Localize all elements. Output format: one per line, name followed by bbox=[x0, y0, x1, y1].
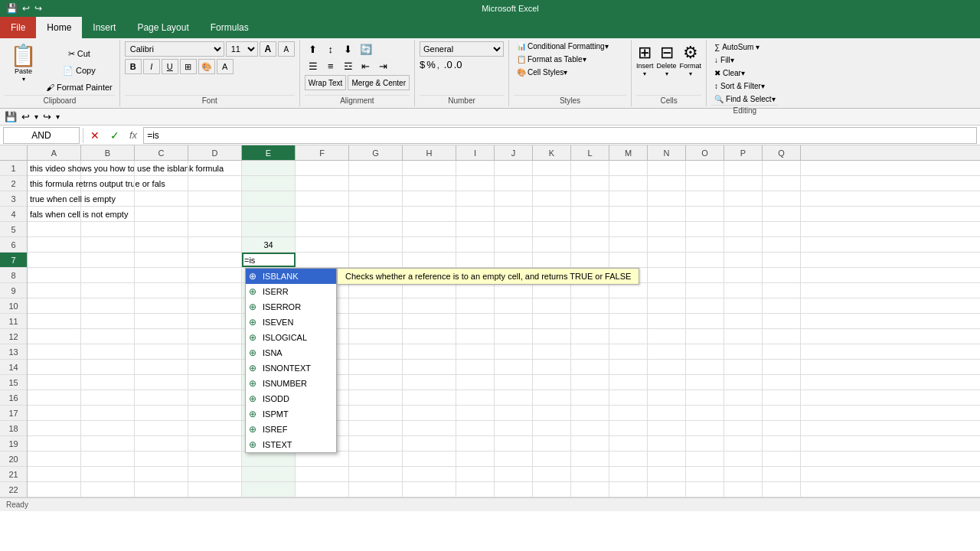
cell-a4[interactable]: fals when cell is not empty bbox=[28, 207, 81, 221]
cell-n15[interactable] bbox=[648, 375, 686, 390]
autocomplete-item-isref[interactable]: ⊕ ISREF bbox=[246, 422, 336, 437]
cell-o13[interactable] bbox=[686, 344, 724, 359]
row-header-2[interactable]: 2 bbox=[0, 176, 27, 191]
cell-p12[interactable] bbox=[724, 329, 763, 344]
autocomplete-item-isblank[interactable]: ⊕ ISBLANK bbox=[246, 269, 336, 284]
cut-button[interactable]: ✂ Cut bbox=[44, 46, 115, 61]
cell-m10[interactable] bbox=[609, 298, 648, 313]
cell-l12[interactable] bbox=[571, 329, 609, 344]
cell-m18[interactable] bbox=[609, 421, 648, 435]
cell-j20[interactable] bbox=[495, 452, 533, 466]
decrease-decimal-button[interactable]: .0 bbox=[454, 59, 462, 70]
italic-button[interactable]: I bbox=[143, 59, 160, 74]
col-header-f[interactable]: F bbox=[296, 145, 349, 160]
clear-button[interactable]: ✖ Clear▾ bbox=[711, 67, 778, 79]
cell-styles-button[interactable]: 🎨 Cell Styles▾ bbox=[514, 67, 626, 77]
cell-l3[interactable] bbox=[571, 191, 609, 206]
cell-i19[interactable] bbox=[456, 436, 495, 451]
cell-b21[interactable] bbox=[81, 467, 135, 481]
cell-l15[interactable] bbox=[571, 375, 609, 390]
cell-l17[interactable] bbox=[571, 406, 609, 420]
cell-k2[interactable] bbox=[533, 176, 571, 191]
cell-p10[interactable] bbox=[724, 298, 763, 313]
cell-b3[interactable] bbox=[81, 191, 135, 206]
cell-i2[interactable] bbox=[456, 176, 495, 191]
row-header-19[interactable]: 19 bbox=[0, 436, 27, 452]
cell-a6[interactable] bbox=[28, 237, 81, 252]
cell-m13[interactable] bbox=[609, 344, 648, 359]
cell-l5[interactable] bbox=[571, 222, 609, 236]
cell-g16[interactable] bbox=[349, 390, 403, 405]
cell-f1[interactable] bbox=[296, 161, 349, 175]
cell-e1[interactable] bbox=[242, 161, 296, 175]
cell-c8[interactable] bbox=[135, 268, 188, 282]
autocomplete-item-istext[interactable]: ⊕ ISTEXT bbox=[246, 437, 336, 452]
cell-h20[interactable] bbox=[403, 452, 456, 466]
cell-j15[interactable] bbox=[495, 375, 533, 390]
wrap-text-button[interactable]: Wrap Text bbox=[305, 75, 347, 90]
tab-insert[interactable]: Insert bbox=[82, 17, 126, 38]
row-header-14[interactable]: 14 bbox=[0, 360, 27, 375]
sort-filter-button[interactable]: ↕ Sort & Filter▾ bbox=[711, 80, 778, 92]
row-header-3[interactable]: 3 bbox=[0, 191, 27, 207]
cell-f6[interactable] bbox=[296, 237, 349, 252]
autocomplete-item-isnontext[interactable]: ⊕ ISNONTEXT bbox=[246, 360, 336, 376]
cell-g7[interactable] bbox=[349, 253, 403, 267]
cell-b5[interactable] bbox=[81, 222, 135, 236]
tab-page-layout[interactable]: Page Layout bbox=[126, 17, 199, 38]
cell-o1[interactable] bbox=[686, 161, 724, 175]
cell-p3[interactable] bbox=[724, 191, 763, 206]
cell-g10[interactable] bbox=[349, 298, 403, 313]
cell-n20[interactable] bbox=[648, 452, 686, 466]
cell-h4[interactable] bbox=[403, 207, 456, 221]
cell-g5[interactable] bbox=[349, 222, 403, 236]
copy-button[interactable]: 📄 Copy bbox=[44, 63, 115, 78]
cell-h3[interactable] bbox=[403, 191, 456, 206]
row-header-16[interactable]: 16 bbox=[0, 390, 27, 406]
cell-a8[interactable] bbox=[28, 268, 81, 282]
qat-redo[interactable]: ↪ bbox=[34, 3, 42, 14]
cell-e22[interactable] bbox=[242, 482, 296, 497]
cell-a16[interactable] bbox=[28, 390, 81, 405]
cell-l14[interactable] bbox=[571, 360, 609, 374]
cell-l16[interactable] bbox=[571, 390, 609, 405]
cell-c11[interactable] bbox=[135, 314, 188, 328]
cell-i16[interactable] bbox=[456, 390, 495, 405]
cell-k18[interactable] bbox=[533, 421, 571, 435]
cell-l4[interactable] bbox=[571, 207, 609, 221]
row-header-9[interactable]: 9 bbox=[0, 283, 27, 298]
cell-p6[interactable] bbox=[724, 237, 763, 252]
cell-c1[interactable] bbox=[135, 161, 188, 175]
cell-o18[interactable] bbox=[686, 421, 724, 435]
cell-f20[interactable] bbox=[296, 452, 349, 466]
cell-g22[interactable] bbox=[349, 482, 403, 497]
decrease-indent-button[interactable]: ⇤ bbox=[358, 58, 374, 73]
cell-k11[interactable] bbox=[533, 314, 571, 328]
save-icon-small[interactable]: 💾 bbox=[5, 111, 17, 122]
cell-b13[interactable] bbox=[81, 344, 135, 359]
delete-button[interactable]: ⊟ Delete ▾ bbox=[657, 44, 677, 77]
cell-h18[interactable] bbox=[403, 421, 456, 435]
cell-d7[interactable] bbox=[188, 253, 242, 267]
cell-g13[interactable] bbox=[349, 344, 403, 359]
row-header-6[interactable]: 6 bbox=[0, 237, 27, 253]
cell-i1[interactable] bbox=[456, 161, 495, 175]
cell-l11[interactable] bbox=[571, 314, 609, 328]
cell-i22[interactable] bbox=[456, 482, 495, 497]
cell-m4[interactable] bbox=[609, 207, 648, 221]
row-header-1[interactable]: 1 bbox=[0, 161, 27, 176]
autocomplete-item-iserror[interactable]: ⊕ ISERROR bbox=[246, 299, 336, 315]
cell-o4[interactable] bbox=[686, 207, 724, 221]
cell-l20[interactable] bbox=[571, 452, 609, 466]
cell-d19[interactable] bbox=[188, 436, 242, 451]
cell-p22[interactable] bbox=[724, 482, 763, 497]
cell-q10[interactable] bbox=[763, 298, 801, 313]
cell-i7[interactable] bbox=[456, 253, 495, 267]
cell-a14[interactable] bbox=[28, 360, 81, 374]
tab-file[interactable]: File bbox=[0, 17, 36, 38]
font-color-button[interactable]: A bbox=[217, 59, 234, 74]
cell-n22[interactable] bbox=[648, 482, 686, 497]
percent-button[interactable]: % bbox=[426, 59, 436, 70]
col-header-d[interactable]: D bbox=[188, 145, 242, 160]
currency-button[interactable]: $ bbox=[420, 59, 425, 70]
